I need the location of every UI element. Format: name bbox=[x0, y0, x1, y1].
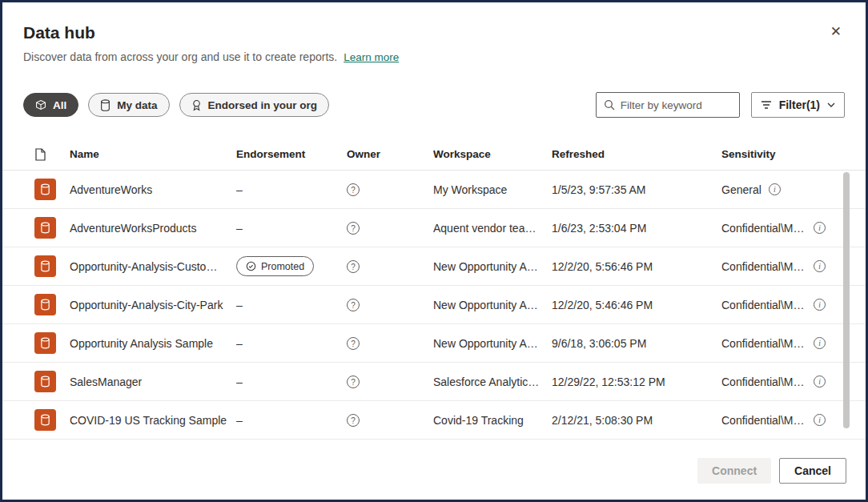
unknown-owner-icon[interactable]: ? bbox=[347, 222, 360, 235]
row-sensitivity: Confidential\Mi…i bbox=[721, 222, 834, 235]
dataset-icon bbox=[34, 371, 56, 392]
filter-pill-all[interactable]: All bbox=[23, 93, 78, 117]
row-sensitivity: Generali bbox=[721, 183, 834, 196]
row-name: Opportunity Analysis Sample bbox=[70, 337, 236, 350]
unknown-owner-icon[interactable]: ? bbox=[347, 299, 360, 311]
table-row[interactable]: AdventureWorks–?My Workspace1/5/23, 9:57… bbox=[2, 171, 866, 209]
table-row[interactable]: COVID-19 US Tracking Sample–?Covid-19 Tr… bbox=[2, 401, 866, 440]
database-icon bbox=[100, 99, 111, 111]
table-row[interactable]: Opportunity-Analysis-Custo…Promoted?New … bbox=[2, 247, 866, 286]
endorsement-dash: – bbox=[236, 222, 243, 235]
column-header-workspace[interactable]: Workspace bbox=[433, 148, 552, 160]
column-header-refreshed[interactable]: Refreshed bbox=[552, 148, 721, 160]
row-workspace: Salesforce Analytics… bbox=[433, 375, 552, 388]
table-row[interactable]: AdventureWorksProducts–?Aquent vendor te… bbox=[2, 209, 866, 247]
data-table: Name Endorsement Owner Workspace Refresh… bbox=[2, 139, 866, 440]
filter-pill-label: Endorsed in your org bbox=[208, 99, 318, 111]
dialog-header: Data hub ✕ Discover data from across you… bbox=[2, 2, 866, 63]
row-name: AdventureWorksProducts bbox=[70, 222, 236, 235]
dataset-icon bbox=[34, 217, 56, 239]
column-header-owner[interactable]: Owner bbox=[347, 148, 433, 160]
search-input[interactable] bbox=[621, 99, 732, 111]
row-refreshed: 1/6/23, 2:53:04 PM bbox=[552, 222, 721, 235]
row-sensitivity: Confidential\Mi…i bbox=[721, 260, 834, 273]
row-endorsement: – bbox=[236, 183, 347, 196]
endorsement-dash: – bbox=[236, 299, 243, 311]
filter-pill-group: AllMy dataEndorsed in your org bbox=[23, 93, 329, 117]
unknown-owner-icon[interactable]: ? bbox=[347, 337, 360, 350]
filter-button-label: Filter(1) bbox=[779, 98, 820, 111]
close-button[interactable]: ✕ bbox=[827, 22, 845, 42]
sensitivity-label: Confidential\Mi… bbox=[721, 260, 806, 273]
learn-more-link[interactable]: Learn more bbox=[344, 51, 399, 63]
row-workspace: Aquent vendor tea… bbox=[433, 222, 552, 235]
info-icon[interactable]: i bbox=[814, 414, 826, 426]
column-header-endorsement[interactable]: Endorsement bbox=[236, 148, 347, 160]
filter-pill-my-data[interactable]: My data bbox=[88, 93, 169, 117]
row-endorsement: – bbox=[236, 222, 347, 235]
dataset-icon bbox=[34, 179, 56, 200]
endorsed-badge-icon bbox=[191, 99, 202, 111]
row-endorsement: – bbox=[236, 337, 347, 350]
row-refreshed: 1/5/23, 9:57:35 AM bbox=[552, 183, 721, 196]
filter-button[interactable]: Filter(1) bbox=[751, 92, 845, 118]
info-icon[interactable]: i bbox=[769, 183, 781, 195]
info-icon[interactable]: i bbox=[814, 299, 826, 311]
column-header-sensitivity[interactable]: Sensitivity bbox=[721, 148, 834, 160]
search-icon bbox=[604, 99, 615, 110]
row-sensitivity: Confidential\Mi…i bbox=[721, 337, 834, 350]
row-workspace: My Workspace bbox=[433, 183, 552, 196]
filter-icon bbox=[761, 100, 772, 110]
row-refreshed: 12/29/22, 12:53:12 PM bbox=[552, 375, 721, 388]
endorsement-dash: – bbox=[236, 375, 243, 388]
row-endorsement: – bbox=[236, 375, 347, 388]
all-cube-icon bbox=[35, 99, 46, 110]
table-scrollbar[interactable] bbox=[843, 172, 850, 436]
row-name: Opportunity-Analysis-Custo… bbox=[70, 260, 236, 273]
unknown-owner-icon[interactable]: ? bbox=[347, 414, 360, 427]
row-workspace: New Opportunity A… bbox=[433, 260, 552, 273]
page-title: Data hub bbox=[23, 22, 843, 43]
table-row[interactable]: SalesManager–?Salesforce Analytics…12/29… bbox=[2, 363, 866, 401]
row-refreshed: 2/12/21, 5:08:30 PM bbox=[552, 414, 721, 427]
unknown-owner-icon[interactable]: ? bbox=[347, 260, 360, 273]
endorsement-dash: – bbox=[236, 183, 243, 196]
toolbar: AllMy dataEndorsed in your org Filter(1) bbox=[2, 92, 866, 118]
info-icon[interactable]: i bbox=[814, 222, 826, 234]
column-header-name[interactable]: Name bbox=[70, 148, 236, 160]
close-icon: ✕ bbox=[830, 24, 842, 39]
dialog-footer: Connect Cancel bbox=[2, 458, 866, 484]
chevron-down-icon bbox=[827, 102, 835, 107]
sensitivity-label: Confidential\Mi… bbox=[721, 414, 806, 427]
dataset-icon bbox=[34, 294, 56, 315]
info-icon[interactable]: i bbox=[814, 375, 826, 388]
row-name: Opportunity-Analysis-City-Park bbox=[70, 299, 236, 311]
table-row[interactable]: Opportunity-Analysis-City-Park–?New Oppo… bbox=[2, 286, 866, 324]
scrollbar-thumb[interactable] bbox=[843, 172, 850, 428]
row-sensitivity: Confidential\Mi…i bbox=[721, 299, 834, 311]
search-box[interactable] bbox=[596, 92, 740, 118]
row-refreshed: 9/6/18, 3:06:05 PM bbox=[552, 337, 721, 350]
info-icon[interactable]: i bbox=[814, 337, 826, 349]
unknown-owner-icon[interactable]: ? bbox=[347, 183, 360, 196]
promoted-badge-label: Promoted bbox=[261, 261, 304, 272]
dataset-icon bbox=[34, 409, 56, 431]
row-endorsement: Promoted bbox=[236, 256, 347, 276]
row-refreshed: 12/2/20, 5:46:46 PM bbox=[552, 299, 721, 311]
filter-pill-endorsed-in-your-org[interactable]: Endorsed in your org bbox=[179, 93, 330, 117]
table-row[interactable]: Opportunity Analysis Sample–?New Opportu… bbox=[2, 324, 866, 363]
toolbar-right: Filter(1) bbox=[596, 92, 845, 118]
endorsement-dash: – bbox=[236, 337, 243, 350]
unknown-owner-icon[interactable]: ? bbox=[347, 375, 360, 388]
promoted-badge: Promoted bbox=[236, 256, 314, 276]
connect-button[interactable]: Connect bbox=[697, 458, 771, 484]
sensitivity-label: Confidential\Mi… bbox=[721, 375, 806, 388]
dialog-subtitle: Discover data from across your org and u… bbox=[23, 50, 843, 63]
row-workspace: New Opportunity A… bbox=[433, 337, 552, 350]
cancel-button[interactable]: Cancel bbox=[779, 458, 846, 484]
row-sensitivity: Confidential\Mi…i bbox=[721, 414, 834, 427]
filter-pill-label: All bbox=[53, 99, 66, 111]
row-name: SalesManager bbox=[70, 375, 236, 388]
info-icon[interactable]: i bbox=[814, 260, 826, 272]
table-header: Name Endorsement Owner Workspace Refresh… bbox=[2, 139, 866, 171]
